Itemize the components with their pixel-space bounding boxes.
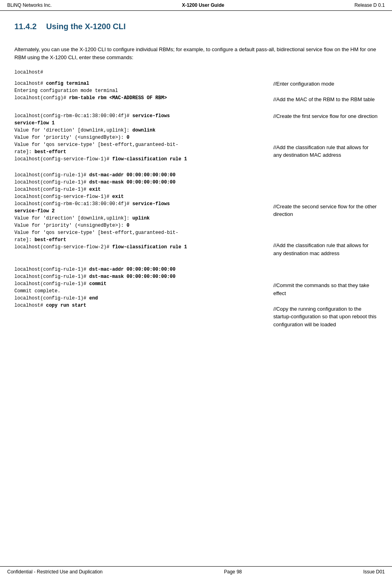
header-left: BLiNQ Networks Inc.: [7, 2, 52, 8]
cli-block-5: localhost(config-rule-1)# dst-mac-addr 0…: [14, 266, 378, 328]
cli-left-2: localhost# config terminal Entering conf…: [14, 80, 270, 102]
cli-left-1: localhost#: [14, 69, 270, 76]
footer-center: Page 98: [224, 569, 242, 575]
main-content: 11.4.2 Using the X-1200 CLI Alternately,…: [0, 11, 392, 356]
cli-right-4: //Create the second service flow for the…: [270, 172, 378, 258]
cli-left-4: localhost(config-rule-1)# dst-mac-addr 0…: [14, 172, 270, 251]
intro-paragraph: Alternately, you can use the X-1200 CLI …: [14, 46, 378, 62]
header-right: Release D 0.1: [354, 2, 385, 8]
section-number: 11.4.2: [14, 22, 37, 31]
page-header: BLiNQ Networks Inc. X-1200 User Guide Re…: [0, 0, 392, 11]
cli-left-5: localhost(config-rule-1)# dst-mac-addr 0…: [14, 266, 270, 309]
cli-block-3: localhost(config-rbm-0c:a1:38:00:00:4f)#…: [14, 112, 378, 163]
section-title: Using the X-1200 CLI: [46, 22, 126, 31]
footer-left: Confidential - Restricted Use and Duplic…: [7, 569, 103, 575]
cli-block-2: localhost# config terminal Entering conf…: [14, 80, 378, 104]
header-center: X-1200 User Guide: [182, 2, 224, 8]
cli-right-3: //Create the first service flow for one …: [270, 112, 378, 159]
cli-block-1: localhost#: [14, 69, 378, 76]
cli-block-4: localhost(config-rule-1)# dst-mac-addr 0…: [14, 172, 378, 258]
page-footer: Confidential - Restricted Use and Duplic…: [0, 566, 392, 577]
cli-right-5: //Commit the commands so that they take …: [270, 266, 378, 328]
footer-right: Issue D01: [363, 569, 385, 575]
cli-right-2: //Enter configuration mode //Add the MAC…: [270, 80, 378, 104]
cli-left-3: localhost(config-rbm-0c:a1:38:00:00:4f)#…: [14, 112, 270, 163]
